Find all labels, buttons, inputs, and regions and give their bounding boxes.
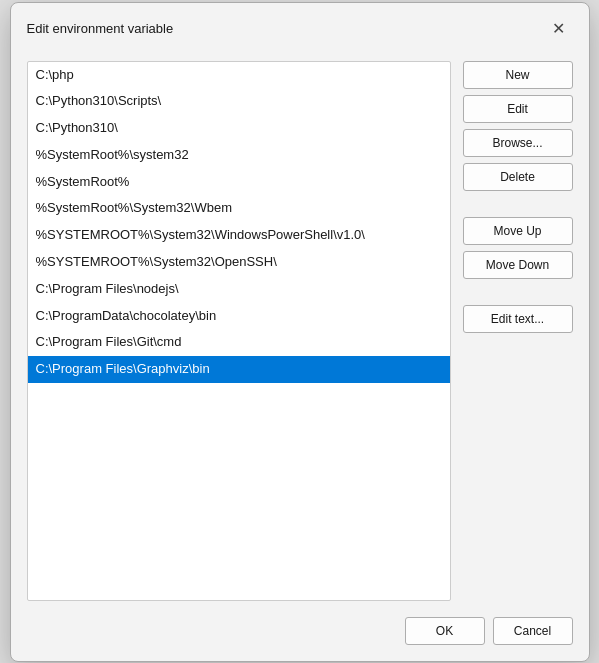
list-item[interactable]: %SYSTEMROOT%\System32\WindowsPowerShell\… (28, 222, 450, 249)
move-up-button[interactable]: Move Up (463, 217, 573, 245)
ok-button[interactable]: OK (405, 617, 485, 645)
cancel-button[interactable]: Cancel (493, 617, 573, 645)
title-bar: Edit environment variable ✕ (11, 3, 589, 53)
edit-button[interactable]: Edit (463, 95, 573, 123)
dialog-content: C:\phpC:\Python310\Scripts\C:\Python310\… (11, 53, 589, 617)
env-var-list[interactable]: C:\phpC:\Python310\Scripts\C:\Python310\… (27, 61, 451, 601)
edit-env-var-dialog: Edit environment variable ✕ C:\phpC:\Pyt… (10, 2, 590, 662)
list-item[interactable]: %SystemRoot% (28, 169, 450, 196)
spacer-1 (463, 197, 573, 211)
edit-text-button[interactable]: Edit text... (463, 305, 573, 333)
list-item[interactable]: C:\Program Files\nodejs\ (28, 276, 450, 303)
delete-button[interactable]: Delete (463, 163, 573, 191)
list-item[interactable]: C:\Program Files\Graphviz\bin (28, 356, 450, 383)
list-item[interactable]: %SYSTEMROOT%\System32\OpenSSH\ (28, 249, 450, 276)
dialog-title: Edit environment variable (27, 21, 174, 36)
list-item[interactable]: C:\Python310\ (28, 115, 450, 142)
list-item[interactable]: C:\Python310\Scripts\ (28, 88, 450, 115)
action-buttons-panel: New Edit Browse... Delete Move Up Move D… (463, 61, 573, 601)
list-item[interactable]: %SystemRoot%\System32\Wbem (28, 195, 450, 222)
move-down-button[interactable]: Move Down (463, 251, 573, 279)
list-item[interactable]: C:\ProgramData\chocolatey\bin (28, 303, 450, 330)
footer: OK Cancel (11, 617, 589, 661)
list-item[interactable]: %SystemRoot%\system32 (28, 142, 450, 169)
close-button[interactable]: ✕ (545, 15, 573, 43)
spacer-2 (463, 285, 573, 299)
list-item[interactable]: C:\Program Files\Git\cmd (28, 329, 450, 356)
new-button[interactable]: New (463, 61, 573, 89)
browse-button[interactable]: Browse... (463, 129, 573, 157)
list-item[interactable]: C:\php (28, 62, 450, 89)
